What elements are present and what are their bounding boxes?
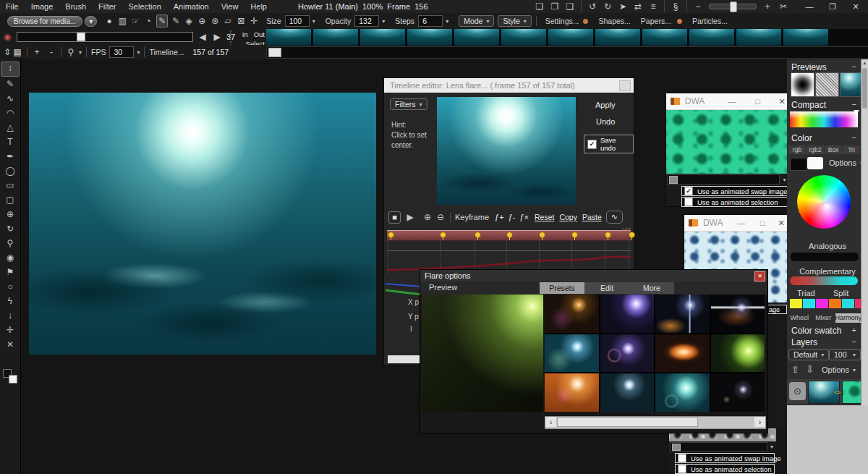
- browse-media-button[interactable]: Browse for media...: [7, 16, 82, 27]
- fps-value[interactable]: 30: [109, 46, 134, 58]
- transform-icon-2[interactable]: ❑: [565, 1, 575, 12]
- layer-up-button[interactable]: ⇧: [791, 364, 799, 375]
- compact-color-strip[interactable]: [790, 111, 858, 127]
- zoom-in-icon[interactable]: ⊕: [422, 211, 433, 223]
- primary-color-swatch[interactable]: [790, 158, 807, 171]
- brush-mode-icon-6[interactable]: ◈: [184, 15, 194, 27]
- dwa3-selection-row[interactable]: Use as animated selection: [675, 464, 775, 474]
- split-swatch-1[interactable]: [842, 299, 854, 308]
- image-preview-thumbnail[interactable]: [840, 72, 863, 97]
- in-button[interactable]: In: [242, 30, 248, 39]
- paper-preview-thumbnail[interactable]: [815, 72, 839, 97]
- apply-button[interactable]: Apply: [595, 101, 616, 109]
- transform-icon-1[interactable]: ❐: [550, 1, 560, 12]
- dwa3-frame-slider[interactable]: [670, 442, 767, 452]
- scroll-right-button[interactable]: ›: [754, 417, 765, 427]
- layer-opacity-dropdown[interactable]: 100▾: [829, 349, 861, 360]
- color-tab-rgb2[interactable]: rgb2: [807, 145, 824, 154]
- previews-collapse-button[interactable]: −: [852, 62, 856, 71]
- brush-mode-icon-1[interactable]: ▥: [117, 15, 127, 27]
- dwa1-swap-row[interactable]: ✓ Use as animated swap image: [681, 186, 788, 196]
- menu-file[interactable]: File: [6, 2, 19, 11]
- shapes-button[interactable]: Shapes...: [598, 17, 630, 25]
- stop-icon[interactable]: ■: [388, 211, 401, 224]
- swap-layer-thumbnail[interactable]: [842, 381, 862, 404]
- curve-mode-icon[interactable]: ∿: [606, 211, 623, 224]
- brush-preview-thumbnail[interactable]: [791, 72, 814, 97]
- triad-swatch-1[interactable]: [803, 299, 815, 308]
- play-icon[interactable]: ▶: [405, 211, 415, 223]
- browse-media-dropdown[interactable]: ▾: [85, 16, 97, 27]
- zoom-slider[interactable]: [709, 4, 757, 9]
- orange-glow-flare[interactable]: [655, 334, 710, 373]
- color-wheel[interactable]: [797, 175, 851, 229]
- size-dropdown[interactable]: ▾: [312, 18, 315, 25]
- brush-mode-icon-5[interactable]: ✎: [171, 15, 181, 27]
- orange-dust-flare[interactable]: [545, 295, 599, 333]
- text-tool[interactable]: T: [1, 135, 19, 149]
- menu-image[interactable]: Image: [31, 2, 54, 11]
- harmony-tab-mixer[interactable]: Mixer: [812, 313, 835, 323]
- history-icon-0[interactable]: ↺: [587, 1, 597, 12]
- slider-tool[interactable]: ↕: [1, 62, 20, 77]
- background-swatch[interactable]: [9, 375, 17, 384]
- history-icon-4[interactable]: ≡: [648, 1, 658, 12]
- paste-link[interactable]: Paste: [582, 213, 602, 221]
- opacity-value[interactable]: 132: [354, 15, 379, 27]
- complementary-bar[interactable]: [790, 276, 858, 285]
- color-tab-tri[interactable]: Tri: [843, 145, 860, 154]
- filmstrip-scrollbar-thumb[interactable]: [268, 48, 281, 57]
- cyan-starburst-flare[interactable]: [545, 334, 599, 373]
- brush-mode-icon-11[interactable]: ✛: [249, 15, 259, 27]
- layer-visibility-eye-icon[interactable]: ⊙: [789, 382, 806, 400]
- dwa1-swap-checkbox[interactable]: ✓: [684, 187, 693, 195]
- layers-collapse-button[interactable]: −: [852, 337, 856, 346]
- brush-mode-icon-4[interactable]: ✎: [156, 14, 168, 27]
- brush-mode-icon-9[interactable]: ▱: [223, 15, 233, 27]
- zoom-slider-thumb[interactable]: [730, 1, 737, 12]
- rect-tool[interactable]: ▭: [1, 179, 19, 192]
- flare-close-button[interactable]: ✕: [754, 271, 765, 282]
- opacity-dropdown[interactable]: ▾: [382, 18, 385, 25]
- menu-view[interactable]: View: [221, 2, 239, 11]
- timeline-editor-titlebar[interactable]: Timeline editor: Lens flare... ( frame 1…: [384, 78, 634, 93]
- dwa3-swap-checkbox[interactable]: [678, 454, 686, 462]
- cut-tool-icon[interactable]: ✂: [778, 1, 788, 12]
- flare-preset-scrollbar[interactable]: ‹ ›: [545, 416, 766, 429]
- spectrum-marker[interactable]: [854, 110, 859, 114]
- filmstrip-icon[interactable]: ▦: [12, 46, 22, 58]
- filter-preview-image[interactable]: [437, 97, 576, 205]
- history-icon-3[interactable]: ⇄: [633, 1, 643, 12]
- color-options-button[interactable]: Options▾: [829, 158, 863, 167]
- brush-mode-icon-7[interactable]: ⊕: [197, 15, 207, 27]
- layer-mode-dropdown[interactable]: Default▾: [788, 349, 829, 360]
- close-button[interactable]: ✕: [851, 2, 861, 12]
- dwa2-titlebar[interactable]: DWA — □ ✕: [684, 215, 788, 232]
- polygon-tool[interactable]: △: [1, 121, 19, 135]
- out-button[interactable]: Out: [254, 30, 265, 39]
- brush-mode-icon-3[interactable]: ◔: [143, 15, 153, 27]
- green-starburst-flare[interactable]: [711, 334, 765, 373]
- frame-slider-thumb[interactable]: [77, 33, 85, 41]
- save-undo-checkbox[interactable]: ✓: [587, 140, 597, 149]
- panel-scrollbar-thumb[interactable]: [862, 68, 867, 109]
- dwa1-selection-row[interactable]: Use as animated selection: [681, 197, 788, 207]
- mode-button[interactable]: Mode▾: [459, 15, 494, 27]
- violet-starburst-flare[interactable]: [600, 334, 655, 373]
- size-value[interactable]: 100: [285, 15, 310, 27]
- brush-tool[interactable]: ✎: [1, 77, 19, 91]
- script-icon-0[interactable]: §: [671, 1, 681, 12]
- fps-dropdown[interactable]: ▾: [137, 49, 140, 56]
- sunset-star-flare[interactable]: [545, 373, 599, 412]
- layer-options-button[interactable]: Options▾: [822, 365, 856, 374]
- dwa1-selection-checkbox[interactable]: [684, 198, 693, 206]
- dwa3-selection-checkbox[interactable]: [678, 465, 686, 473]
- timeline-button[interactable]: Timeline...: [149, 48, 184, 56]
- arc-tool[interactable]: ◠: [1, 106, 19, 120]
- color-collapse-button[interactable]: −: [852, 133, 856, 142]
- color-tab-box[interactable]: Box: [825, 145, 842, 154]
- zoom-out-icon[interactable]: ⊖: [435, 211, 446, 223]
- flare-tab-presets[interactable]: Presets: [540, 282, 584, 294]
- scrollbar-thumb[interactable]: [557, 417, 698, 427]
- particles-button[interactable]: Particles...: [692, 17, 728, 25]
